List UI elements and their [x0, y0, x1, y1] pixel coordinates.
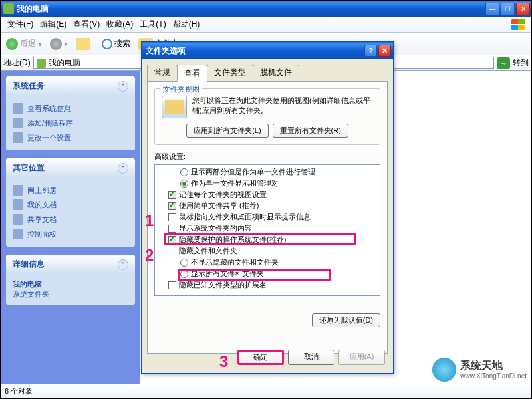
menu-tools[interactable]: 工具(T): [137, 17, 168, 31]
menu-view[interactable]: 查看(V): [70, 17, 102, 31]
programs-icon: [13, 118, 23, 128]
chevron-up-icon: ⌃: [118, 259, 128, 270]
apply-button[interactable]: 应用(A): [338, 350, 385, 365]
tab-bar: 常规 查看 文件类型 脱机文件: [142, 59, 393, 81]
address-label: 地址(D): [3, 57, 31, 68]
radio-icon[interactable]: [180, 168, 188, 176]
chevron-up-icon: ⌃: [118, 163, 128, 174]
folder-view-group: 文件夹视图 您可以将正在为此文件夹使用的视图(例如详细信息或平铺)应用到所有文件…: [154, 88, 380, 145]
tab-offline[interactable]: 脱机文件: [253, 65, 299, 81]
go-label: 转到: [513, 57, 529, 68]
help-button[interactable]: ?: [364, 45, 377, 57]
other-places-header[interactable]: 其它位置 ⌃: [6, 158, 135, 178]
maximize-button[interactable]: ☐: [501, 3, 515, 15]
close-button[interactable]: ✕: [516, 3, 530, 15]
system-tasks-panel: 系统任务 ⌃ 查看系统信息 添加/删除程序 更改一个设置: [6, 76, 135, 150]
main-titlebar[interactable]: 我的电脑 — ☐ ✕: [1, 1, 531, 17]
tree-item: 隐藏文件和文件夹: [155, 245, 380, 257]
annotation-1: 1: [145, 211, 154, 230]
tree-item[interactable]: 鼠标指向文件夹和桌面项时显示提示信息: [155, 211, 380, 223]
forward-icon: [50, 38, 62, 50]
go-button[interactable]: →: [497, 57, 510, 69]
statusbar: 6 个对象: [1, 384, 531, 398]
watermark: 系统天地 www.XiTongTianDi.net: [432, 358, 527, 382]
tree-item-hide-protected[interactable]: 隐藏受保护的操作系统文件(推荐): [155, 234, 380, 245]
back-icon: [6, 38, 18, 50]
restore-defaults-button[interactable]: 还原为默认值(D): [312, 313, 380, 327]
window-title: 我的电脑: [17, 3, 485, 15]
sidebar-item-controlpanel[interactable]: 控制面板: [13, 227, 128, 241]
tree-item-show-all[interactable]: 显示所有文件和文件夹: [155, 268, 380, 279]
menu-edit[interactable]: 编辑(E): [37, 17, 69, 31]
cancel-button[interactable]: 取消: [288, 350, 334, 365]
advanced-settings-tree[interactable]: 显示两部分但是作为单一文件进行管理 作为单一文件显示和管理对 记住每个文件夹的视…: [154, 164, 380, 296]
sidebar-item-settings[interactable]: 更改一个设置: [13, 130, 128, 145]
sidebar: 系统任务 ⌃ 查看系统信息 添加/删除程序 更改一个设置 其它位置 ⌃ 网上邻居…: [1, 71, 140, 384]
back-button[interactable]: 后退 ▾: [3, 37, 45, 51]
sidebar-item-shared[interactable]: 共享文档: [13, 212, 128, 227]
dialog-buttons: 确定 取消 应用(A): [237, 350, 385, 365]
menu-favorites[interactable]: 收藏(A): [104, 17, 136, 31]
tab-content: 文件夹视图 您可以将正在为此文件夹使用的视图(例如详细信息或平铺)应用到所有文件…: [147, 81, 388, 354]
tree-item[interactable]: 显示两部分但是作为单一文件进行管理: [155, 166, 380, 178]
radio-icon[interactable]: [180, 259, 188, 267]
annotation-2: 2: [145, 246, 154, 265]
info-icon: [13, 103, 23, 114]
checkbox-icon[interactable]: [168, 281, 176, 289]
up-button[interactable]: [73, 37, 93, 51]
checkbox-icon[interactable]: [168, 202, 176, 210]
controlpanel-icon: [13, 229, 23, 239]
dialog-titlebar[interactable]: 文件夹选项 ? ✕: [142, 42, 393, 59]
documents-icon: [13, 200, 23, 210]
sidebar-item-sysinfo[interactable]: 查看系统信息: [13, 101, 128, 116]
shared-icon: [13, 214, 23, 225]
details-type: 系统文件夹: [13, 289, 128, 299]
other-places-panel: 其它位置 ⌃ 网上邻居 我的文档 共享文档 控制面板: [6, 158, 135, 247]
forward-button[interactable]: ▾: [47, 37, 70, 51]
windows-logo-icon: [511, 19, 527, 31]
minimize-button[interactable]: —: [485, 3, 499, 15]
chevron-up-icon: ⌃: [118, 81, 128, 92]
sidebar-item-addremove[interactable]: 添加/删除程序: [13, 116, 128, 130]
tree-item[interactable]: 记住每个文件夹的视图设置: [155, 189, 380, 200]
advanced-label: 高级设置:: [154, 152, 380, 162]
search-icon: [102, 39, 112, 49]
system-tasks-header[interactable]: 系统任务 ⌃: [6, 76, 135, 96]
apply-all-folders-button[interactable]: 应用到所有文件夹(L): [186, 124, 268, 138]
dialog-close-button[interactable]: ✕: [378, 45, 391, 57]
tree-item[interactable]: 使用简单文件共享 (推荐): [155, 200, 380, 211]
annotation-3: 3: [219, 352, 228, 371]
computer-icon: [37, 59, 46, 68]
radio-icon[interactable]: [180, 180, 188, 188]
details-title: 我的电脑: [13, 279, 128, 289]
toolbar-separator: [96, 37, 96, 51]
checkbox-icon[interactable]: [168, 225, 176, 233]
network-icon: [13, 185, 23, 196]
checkbox-icon[interactable]: [168, 213, 176, 221]
details-panel: 详细信息 ⌃ 我的电脑 系统文件夹: [6, 255, 135, 305]
tree-item[interactable]: 隐藏已知文件类型的扩展名: [155, 279, 380, 291]
tree-item[interactable]: 作为单一文件显示和管理对: [155, 178, 380, 189]
ok-button[interactable]: 确定: [237, 350, 284, 365]
tab-view[interactable]: 查看: [177, 65, 207, 82]
up-folder-icon: [76, 38, 90, 50]
checkbox-icon[interactable]: [168, 191, 176, 199]
menubar: 文件(F) 编辑(E) 查看(V) 收藏(A) 工具(T) 帮助(H): [1, 17, 531, 33]
details-header[interactable]: 详细信息 ⌃: [6, 255, 135, 274]
computer-icon: [3, 3, 14, 14]
tab-general[interactable]: 常规: [147, 65, 178, 81]
folder-options-dialog: 文件夹选项 ? ✕ 常规 查看 文件类型 脱机文件 文件夹视图 您可以将正在为此…: [141, 41, 394, 374]
search-button[interactable]: 搜索: [99, 37, 133, 51]
sidebar-item-documents[interactable]: 我的文档: [13, 198, 128, 212]
menu-file[interactable]: 文件(F): [5, 17, 36, 31]
checkbox-icon[interactable]: [168, 236, 176, 244]
watermark-logo-icon: [432, 358, 456, 382]
tree-item[interactable]: 不显示隐藏的文件和文件夹: [155, 257, 380, 268]
tree-item[interactable]: 显示系统文件夹的内容: [155, 223, 380, 234]
sidebar-item-network[interactable]: 网上邻居: [13, 183, 128, 198]
radio-icon[interactable]: [180, 270, 188, 278]
reset-all-folders-button[interactable]: 重置所有文件夹(R): [273, 124, 348, 138]
tab-filetypes[interactable]: 文件类型: [207, 65, 253, 81]
settings-icon: [13, 132, 23, 143]
menu-help[interactable]: 帮助(H): [170, 17, 203, 31]
